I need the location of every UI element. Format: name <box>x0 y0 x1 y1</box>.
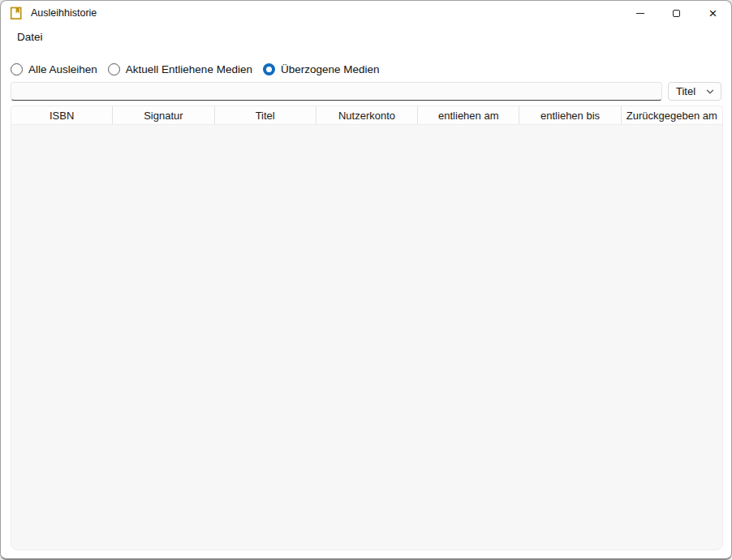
radio-label: Alle Ausleihen <box>28 63 97 75</box>
window-title: Ausleihhistorie <box>31 7 97 19</box>
window-controls: × <box>622 1 731 25</box>
column-filter-select[interactable]: Titel <box>668 82 721 101</box>
column-header-nutzerkonto[interactable]: Nutzerkonto <box>316 106 418 124</box>
radio-label: Aktuell Entliehene Medien <box>126 63 252 75</box>
search-row: Titel <box>11 82 721 101</box>
close-icon: × <box>709 6 717 20</box>
search-input[interactable] <box>11 82 662 101</box>
minimize-button[interactable] <box>622 1 658 25</box>
table-header-row: ISBNSignaturTitelNutzerkontoentliehen am… <box>11 106 722 125</box>
column-header-isbn[interactable]: ISBN <box>11 106 113 124</box>
radio-aktuell-entliehene-medien[interactable]: Aktuell Entliehene Medien <box>108 63 252 75</box>
title-bar[interactable]: Ausleihhistorie × <box>1 1 731 25</box>
radio-alle-ausleihen[interactable]: Alle Ausleihen <box>11 63 97 75</box>
close-button[interactable]: × <box>695 1 731 25</box>
app-window: Ausleihhistorie × Datei Alle AusleihenAk… <box>0 0 732 560</box>
column-header-titel[interactable]: Titel <box>215 106 316 124</box>
radio-unchecked-icon <box>108 63 120 75</box>
column-header-signatur[interactable]: Signatur <box>113 106 214 124</box>
menu-bar: Datei <box>1 25 731 48</box>
radio-checked-icon <box>263 63 275 75</box>
column-header-entliehen-bis[interactable]: entliehen bis <box>519 106 621 124</box>
table-body <box>11 125 722 549</box>
maximize-button[interactable] <box>658 1 695 25</box>
radio-überzogene-medien[interactable]: Überzogene Medien <box>263 63 380 75</box>
minimize-icon <box>636 13 644 14</box>
chevron-down-icon <box>705 87 715 97</box>
column-header-zurückgegeben-am[interactable]: Zurückgegeben am <box>622 106 722 124</box>
filter-radio-group: Alle AusleihenAktuell Entliehene MedienÜ… <box>11 59 731 79</box>
book-bookmark-icon <box>10 6 23 20</box>
menu-item-datei[interactable]: Datei <box>15 28 45 45</box>
column-header-entliehen-am[interactable]: entliehen am <box>418 106 519 124</box>
radio-label: Überzogene Medien <box>281 63 380 75</box>
maximize-icon <box>673 10 680 17</box>
column-filter-value: Titel <box>676 85 695 97</box>
radio-unchecked-icon <box>11 63 23 75</box>
loan-history-table: ISBNSignaturTitelNutzerkontoentliehen am… <box>11 106 723 550</box>
